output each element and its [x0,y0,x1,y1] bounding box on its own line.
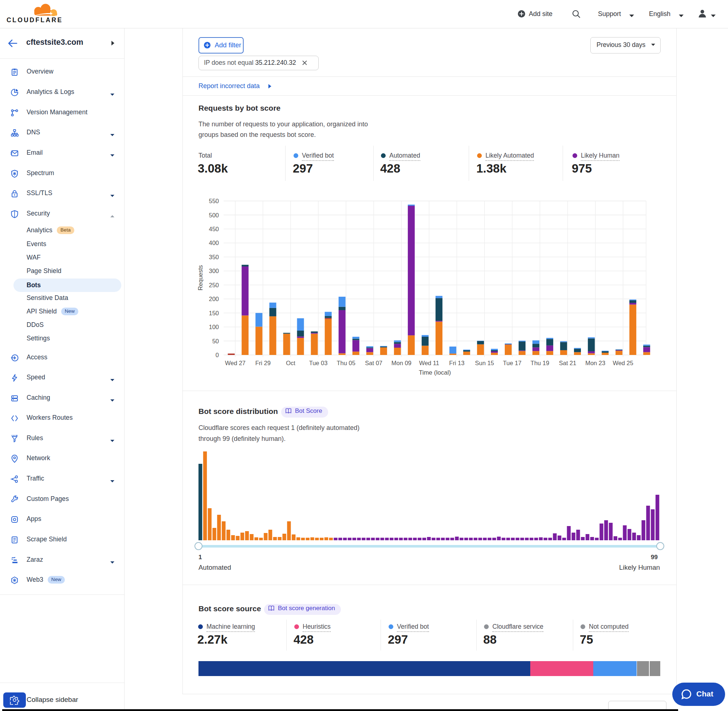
svg-text:50: 50 [212,338,219,344]
svg-text:450: 450 [209,226,219,232]
svg-text:Fri 13: Fri 13 [449,360,464,366]
svg-text:200: 200 [209,296,219,302]
svg-text:150: 150 [209,310,219,316]
svg-text:Oct: Oct [286,360,295,366]
svg-text:Sat 07: Sat 07 [365,360,382,366]
svg-text:Thu 05: Thu 05 [337,360,356,366]
svg-text:Mon 09: Mon 09 [391,360,412,366]
svg-text:Requests: Requests [197,265,204,291]
svg-text:Mon 23: Mon 23 [585,360,605,366]
svg-text:100: 100 [209,324,219,330]
svg-text:Sun 15: Sun 15 [475,360,494,366]
svg-text:Wed 11: Wed 11 [419,360,439,366]
svg-text:Thu 19: Thu 19 [531,360,549,366]
svg-text:Wed 25: Wed 25 [613,360,633,366]
svg-text:0: 0 [216,352,219,358]
svg-text:CLOUDFLARE: CLOUDFLARE [7,16,63,23]
svg-text:250: 250 [209,282,219,288]
svg-text:Time (local): Time (local) [419,369,451,376]
svg-text:350: 350 [209,254,219,260]
svg-text:300: 300 [209,268,219,274]
svg-text:Sat 21: Sat 21 [559,360,576,366]
svg-text:Wed 27: Wed 27 [225,360,246,366]
svg-text:Tue 03: Tue 03 [309,360,328,366]
svg-text:400: 400 [209,239,219,246]
svg-text:500: 500 [209,212,219,218]
svg-text:550: 550 [209,198,219,204]
svg-text:Fri 29: Fri 29 [255,360,270,366]
svg-text:Tue 17: Tue 17 [503,360,521,366]
